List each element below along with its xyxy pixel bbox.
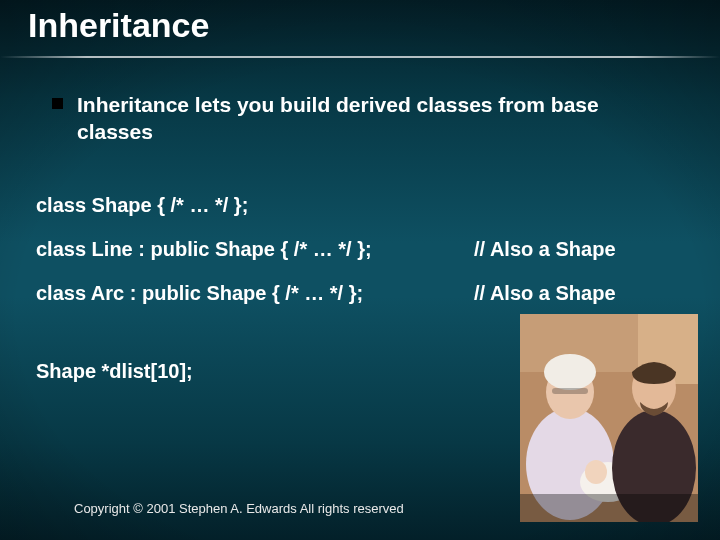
bullet-text: Inheritance lets you build derived class… [77,92,662,146]
bullet-item: Inheritance lets you build derived class… [52,92,662,146]
svg-point-8 [585,460,607,484]
title-divider [0,56,720,58]
svg-rect-11 [520,494,698,522]
photo-icon [520,314,698,522]
svg-point-5 [544,354,596,390]
svg-rect-6 [552,388,588,394]
slide-title: Inheritance [28,6,209,45]
code-line-1: class Shape { /* … */ }; [36,194,248,217]
slide: Inheritance Inheritance lets you build d… [0,0,720,540]
code-comment-2: // Also a Shape [474,238,616,261]
copyright-footer: Copyright © 2001 Stephen A. Edwards All … [74,501,404,516]
bullet-icon [52,98,63,109]
code-line-2: class Line : public Shape { /* … */ }; [36,238,372,261]
family-photo [520,314,698,522]
code-comment-3: // Also a Shape [474,282,616,305]
code-line-4: Shape *dlist[10]; [36,360,193,383]
code-line-3: class Arc : public Shape { /* … */ }; [36,282,363,305]
